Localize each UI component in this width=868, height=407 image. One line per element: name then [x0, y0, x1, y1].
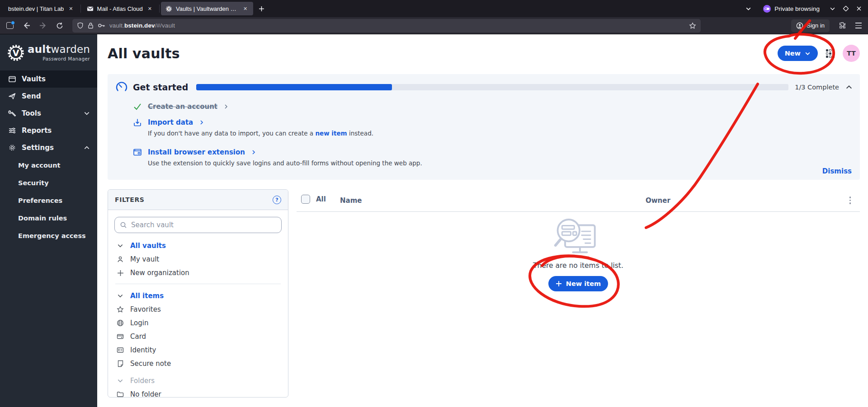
maximize-window-icon[interactable]	[843, 6, 849, 11]
gauge-icon	[115, 80, 128, 94]
id-card-icon	[116, 346, 124, 354]
filter-secure-note[interactable]: Secure note	[114, 358, 282, 369]
close-tab-icon[interactable]: ✕	[146, 5, 153, 13]
tab-mail[interactable]: Mail - Atlas Cloud ✕	[82, 2, 158, 15]
step-extension-description: Use the extension to quickly save logins…	[148, 159, 853, 167]
filter-favorites[interactable]: Favorites	[114, 304, 282, 315]
filter-all-vaults[interactable]: All vaults	[114, 240, 282, 251]
filters-title: FILTERS	[115, 196, 145, 203]
extensions-icon[interactable]	[839, 22, 846, 29]
step-import-data[interactable]: Import data	[148, 118, 193, 126]
check-icon	[133, 102, 142, 111]
new-tab-button[interactable]	[255, 2, 268, 15]
sidebar-item-send[interactable]: Send	[0, 88, 97, 105]
vault-items-table: All Name Owner	[297, 189, 860, 398]
svg-text:V: V	[13, 48, 19, 58]
tab-separator	[80, 5, 81, 13]
lock-icon[interactable]	[88, 22, 94, 29]
filter-new-organization[interactable]: New organization	[114, 267, 282, 278]
globe-icon	[116, 319, 124, 327]
close-window-icon[interactable]	[856, 6, 862, 11]
tab-title: Mail - Atlas Cloud	[97, 5, 143, 12]
progress-label: 1/3 Complete	[795, 84, 839, 91]
reload-icon[interactable]	[56, 22, 63, 29]
tools-icon	[8, 109, 16, 117]
folder-icon	[116, 390, 124, 398]
firefox-view-icon[interactable]	[6, 22, 14, 29]
vaultwarden-logo: V aultwarden Password Manager	[0, 34, 97, 70]
sidebar-item-my-account[interactable]: My account	[0, 156, 97, 174]
reports-icon	[8, 126, 16, 135]
filter-my-vault[interactable]: My vault	[114, 254, 282, 265]
sidebar-item-vaults[interactable]: Vaults	[0, 70, 97, 88]
browser-extension-icon	[133, 148, 142, 157]
column-header-owner[interactable]: Owner	[646, 196, 670, 205]
browser-toolbar: vault.bstein.dev/#/vault Sign in	[0, 17, 868, 34]
logo-wordmark: aultwarden	[28, 44, 90, 55]
plus-icon	[556, 281, 562, 287]
sidebar-item-reports[interactable]: Reports	[0, 122, 97, 139]
sidebar-item-preferences[interactable]: Preferences	[0, 192, 97, 209]
settings-gear-icon	[8, 144, 16, 152]
search-icon	[120, 221, 127, 229]
sidebar-item-emergency-access[interactable]: Emergency access	[0, 227, 97, 244]
private-browsing-badge: Private browsing	[763, 5, 820, 13]
select-all-checkbox[interactable]	[301, 195, 310, 204]
tab-title: bstein.dev | Titan Lab	[8, 5, 64, 12]
chevron-down-icon[interactable]	[116, 377, 124, 385]
filter-folders[interactable]: Folders	[114, 375, 282, 386]
empty-state: There are no items to list. New item	[297, 218, 860, 291]
close-tab-icon[interactable]: ✕	[242, 5, 249, 13]
column-header-name[interactable]: Name	[340, 196, 362, 205]
filter-card[interactable]: Card	[114, 331, 282, 342]
new-item-button[interactable]: New item	[548, 276, 608, 291]
chevron-down-icon[interactable]	[116, 242, 124, 250]
filter-all-items[interactable]: All items	[114, 290, 282, 301]
shield-icon[interactable]	[77, 22, 84, 29]
vaultwarden-icon: V	[165, 5, 172, 12]
new-button[interactable]: New	[778, 46, 818, 61]
sidebar-item-settings[interactable]: Settings	[0, 139, 97, 156]
minimize-window-icon[interactable]	[830, 6, 835, 12]
filter-identity[interactable]: Identity	[114, 345, 282, 356]
filter-no-folder[interactable]: No folder	[114, 389, 282, 398]
search-input[interactable]	[131, 221, 276, 229]
main-content: All vaults New TT Get sta	[97, 34, 868, 407]
back-icon[interactable]	[23, 22, 30, 29]
sidebar-item-domain-rules[interactable]: Domain rules	[0, 209, 97, 227]
sidebar-item-tools[interactable]: Tools	[0, 105, 97, 122]
dismiss-link[interactable]: Dismiss	[822, 167, 852, 175]
key-icon[interactable]	[98, 23, 105, 28]
tab-vaultwarden[interactable]: V Vaults | Vaultwarden Web ✕	[161, 2, 253, 15]
tab-separator	[159, 5, 160, 13]
url-bar[interactable]: vault.bstein.dev/#/vault	[72, 19, 701, 33]
chevron-down-icon[interactable]	[116, 292, 124, 300]
sign-in-button[interactable]: Sign in	[791, 19, 830, 32]
table-options-icon[interactable]	[849, 196, 852, 205]
app-switcher-icon[interactable]	[826, 49, 835, 58]
step-create-account[interactable]: Create an account	[148, 103, 217, 111]
new-item-link[interactable]: new item	[315, 130, 347, 137]
help-icon[interactable]: ?	[273, 196, 281, 204]
step-install-extension[interactable]: Install browser extension	[148, 148, 245, 156]
sidebar: V aultwarden Password Manager Vaults Sen…	[0, 34, 97, 407]
collapse-banner-chevron-icon[interactable]	[845, 84, 853, 91]
browser-tab-bar: bstein.dev | Titan Lab ✕ Mail - Atlas Cl…	[0, 0, 868, 17]
filter-login[interactable]: Login	[114, 318, 282, 328]
list-all-tabs-chevron-icon[interactable]	[745, 6, 751, 12]
menu-icon[interactable]	[855, 23, 862, 28]
plus-icon	[259, 6, 264, 12]
sidebar-item-label: Vaults	[22, 75, 46, 83]
sign-in-label: Sign in	[807, 22, 825, 29]
bookmark-star-icon[interactable]	[689, 22, 696, 29]
new-item-button-label: New item	[566, 280, 601, 287]
forward-icon[interactable]	[39, 22, 47, 29]
vault-icon	[8, 75, 16, 83]
progress-bar	[196, 84, 788, 90]
avatar[interactable]: TT	[843, 45, 860, 62]
sidebar-item-security[interactable]: Security	[0, 174, 97, 192]
close-tab-icon[interactable]: ✕	[67, 5, 74, 13]
account-icon	[796, 22, 803, 29]
tab-titan-lab[interactable]: bstein.dev | Titan Lab ✕	[4, 2, 79, 15]
sidebar-item-label: Send	[22, 92, 41, 100]
